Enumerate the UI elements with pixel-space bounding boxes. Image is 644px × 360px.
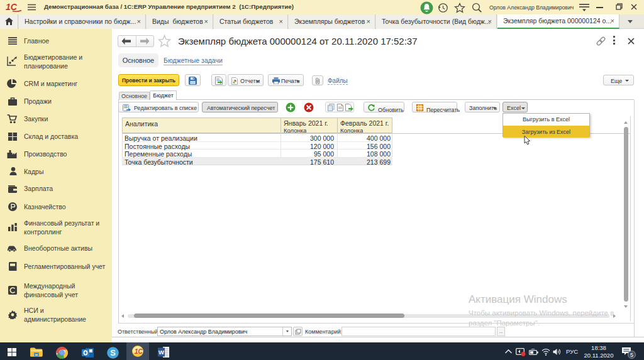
svg-text:1С: 1С (6, 2, 18, 12)
svg-text:W: W (158, 349, 164, 356)
svg-text:S: S (110, 348, 116, 357)
svg-text:1С: 1С (135, 348, 143, 355)
